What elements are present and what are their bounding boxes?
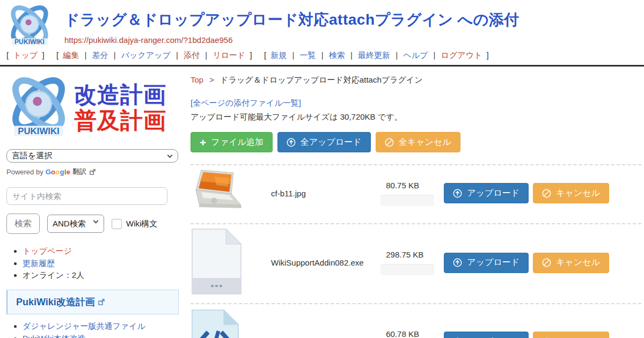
sidebar-section-header: PukiWiki改造計画: [6, 290, 179, 314]
pukiwiki-logo[interactable]: PUKIWIKI: [4, 4, 55, 52]
bracket: [: [56, 50, 58, 60]
cancel-all-button[interactable]: 全キャンセル: [376, 132, 460, 152]
sidebar-quick-links: トップページ 更新履歴 オンライン：2人: [23, 246, 179, 281]
file-name: WikiSupportAddin082.exe: [271, 258, 380, 267]
list-item: トップページ: [23, 246, 179, 257]
nav-item-search[interactable]: 検索: [329, 50, 345, 60]
atom-icon: PUKIWIKI: [6, 74, 71, 142]
chevron-down-icon: [167, 153, 173, 158]
bracket: ]: [250, 50, 252, 60]
nav-separator: |: [396, 50, 398, 60]
nav-item-logout[interactable]: ログアウト: [441, 50, 482, 60]
nav-separator: |: [176, 50, 178, 60]
svg-text:PUKIWIKI: PUKIWIKI: [18, 126, 59, 136]
all-attachments-link[interactable]: [全ページの添付ファイル一覧]: [191, 98, 301, 108]
search-mode-select[interactable]: AND検索: [47, 215, 104, 233]
banner-text-fukyuu: 普及計画: [74, 108, 166, 134]
main-content: Top > ドラッグ＆ドロップアップロード対応attachプラグイン [全ページ…: [185, 67, 644, 338]
external-link-icon: [90, 169, 96, 175]
upload-circle-icon: [453, 258, 462, 267]
nav-separator: |: [321, 50, 324, 60]
toolbar-nav: [ トップ ] [ 編集 | 差分 | バックアップ | 添付 | リロード ]…: [0, 47, 644, 67]
upload-toolbar: + ファイル追加 全アップロード 全キャンセル: [191, 132, 641, 152]
upload-button[interactable]: アップロード: [444, 183, 529, 203]
nav-item-edit[interactable]: 編集: [63, 50, 79, 60]
nav-separator: |: [434, 50, 436, 60]
sidebar-item-update-history[interactable]: 更新履歴: [23, 259, 55, 268]
breadcrumb-separator: >: [209, 75, 214, 84]
nav-item-help[interactable]: ヘルプ: [403, 50, 428, 60]
file-row: WikiSupportAddin082.exe 298.75 KB アップロード: [191, 224, 641, 301]
cancel-button[interactable]: キャンセル: [533, 332, 609, 338]
file-row: cf-b11.jpg 80.75 KB アップロード: [191, 165, 641, 221]
ban-icon: [385, 138, 394, 147]
upload-circle-icon: [287, 138, 296, 147]
sidebar-links: ダジャレンジャー版共通ファイル PukiWiki本体改造 PukiWikiテキス…: [23, 321, 179, 338]
nav-item-diff[interactable]: 差分: [92, 50, 108, 60]
search-button[interactable]: 検索: [6, 214, 40, 234]
sidebar-banner-logo[interactable]: PUKIWIKI 改造計画 普及計画: [6, 74, 179, 142]
list-item: 更新履歴: [23, 258, 179, 269]
ban-icon: [542, 258, 551, 267]
chevron-down-icon: [93, 218, 99, 224]
upload-circle-icon: [453, 189, 462, 198]
nav-separator: |: [350, 50, 353, 60]
list-item: オンライン：2人: [23, 270, 179, 281]
image-thumbnail-laptop: [191, 168, 245, 216]
nav-item-new[interactable]: 新規: [270, 50, 287, 60]
nav-item-top[interactable]: トップ: [13, 50, 38, 60]
list-item: ダジャレンジャー版共通ファイル: [23, 321, 179, 332]
sidebar-item-core-mods[interactable]: PukiWiki本体改造: [23, 334, 86, 338]
translate-link[interactable]: 翻訳: [72, 167, 86, 177]
online-count: オンライン：2人: [23, 270, 84, 280]
file-size: 60.78 KB: [380, 329, 434, 338]
ban-icon: [542, 189, 551, 198]
cancel-button[interactable]: キャンセル: [533, 253, 609, 273]
add-file-button[interactable]: + ファイル追加: [191, 132, 273, 152]
google-logo-text: Google: [46, 168, 71, 176]
file-name: cf-b11.jpg: [271, 189, 380, 198]
banner-text-kaizou: 改造計画: [74, 82, 166, 108]
nav-item-recent[interactable]: 最終更新: [358, 50, 390, 60]
nav-item-reload[interactable]: リロード: [213, 50, 245, 60]
google-translate-attribution: Powered by Google 翻訳: [6, 167, 179, 177]
language-select[interactable]: 言語を選択: [6, 149, 178, 163]
page-url-link[interactable]: https://pukiwiki.dajya-ranger.com/?1bd2d…: [64, 35, 233, 45]
list-item: PukiWiki本体改造: [23, 333, 179, 338]
sidebar: PUKIWIKI 改造計画 普及計画 言語を選択 Powered by Goog…: [0, 67, 185, 338]
upload-all-button[interactable]: 全アップロード: [277, 132, 371, 152]
bracket: [: [6, 50, 9, 60]
site-search-input[interactable]: [6, 187, 167, 205]
nav-item-backup[interactable]: バックアップ: [121, 50, 171, 60]
atom-icon: PUKIWIKI: [4, 4, 55, 49]
sidebar-section-title-link[interactable]: PukiWiki改造計画: [16, 297, 95, 307]
breadcrumb-home-link[interactable]: Top: [191, 75, 203, 84]
nav-separator: |: [114, 50, 116, 60]
sidebar-item-top-page[interactable]: トップページ: [23, 246, 72, 255]
nav-separator: |: [292, 50, 294, 60]
upload-button[interactable]: アップロード: [444, 332, 529, 338]
upload-progress-bar: [380, 264, 434, 275]
nav-item-attach[interactable]: 添付: [184, 50, 200, 60]
sidebar-item-common-files[interactable]: ダジャレンジャー版共通ファイル: [23, 321, 145, 330]
external-link-icon: [98, 299, 105, 305]
breadcrumb-current: ドラッグ＆ドロップアップロード対応attachプラグイン: [220, 75, 422, 84]
max-upload-size-text: アップロード可能最大ファイルサイズは 30,720KB です。: [191, 112, 641, 122]
html-file-icon: [191, 308, 240, 338]
nav-separator: |: [205, 50, 207, 60]
generic-file-icon: [191, 227, 243, 296]
nav-separator: |: [84, 50, 86, 60]
nav-item-list[interactable]: 一覧: [300, 50, 316, 60]
svg-text:PUKIWIKI: PUKIWIKI: [14, 38, 45, 46]
bracket: [: [264, 50, 266, 60]
breadcrumb: Top > ドラッグ＆ドロップアップロード対応attachプラグイン: [191, 75, 641, 85]
file-size: 80.75 KB: [380, 181, 434, 190]
page-title: ドラッグ＆ドロップアップロード対応attachプラグイン への添付: [64, 10, 519, 30]
plus-icon: +: [200, 137, 206, 148]
bracket: ]: [487, 50, 489, 60]
bracket: ]: [42, 50, 45, 60]
file-row: contents.html 60.78 KB アップロード: [191, 304, 641, 338]
upload-button[interactable]: アップロード: [444, 253, 529, 273]
cancel-button[interactable]: キャンセル: [533, 183, 609, 203]
wiki-syntax-checkbox[interactable]: [112, 219, 122, 229]
